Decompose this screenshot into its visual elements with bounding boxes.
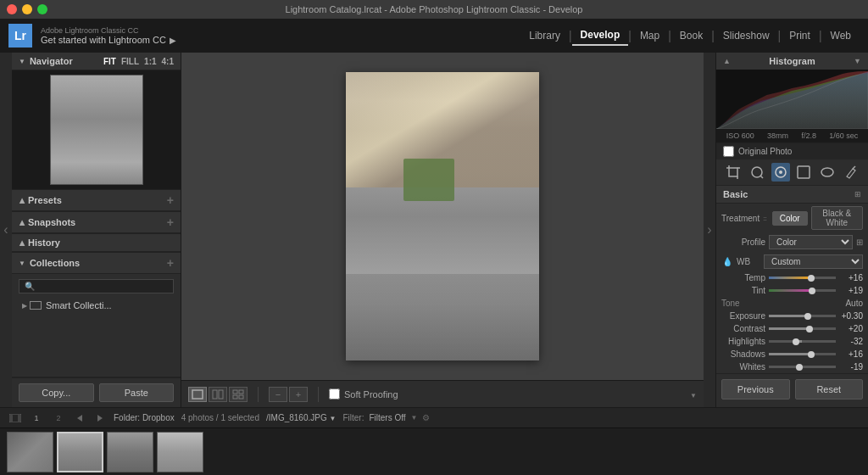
film-thumb-3[interactable] — [107, 432, 153, 472]
left-panel-collapse-button[interactable] — [0, 53, 12, 407]
histogram-canvas — [716, 70, 868, 129]
highlights-slider[interactable] — [769, 340, 836, 343]
view-survey-button[interactable] — [229, 387, 248, 402]
nav-map[interactable]: Map — [632, 26, 668, 45]
graduated-filter-tool[interactable] — [794, 163, 813, 182]
exposure-slider[interactable] — [769, 315, 836, 317]
temp-slider[interactable] — [769, 277, 836, 279]
collections-add-icon[interactable]: + — [167, 256, 174, 270]
profile-select[interactable]: Color — [769, 235, 853, 249]
survey-view-icon — [232, 389, 244, 400]
get-started-link[interactable]: Get started with Lightroom CC ▶ — [41, 35, 520, 45]
window-title: Lightroom Catalog.lrcat - Adobe Photosho… — [286, 4, 583, 14]
film-thumb-4[interactable] — [157, 432, 203, 472]
zoom-4-1[interactable]: 4:1 — [162, 57, 174, 66]
crop-tool[interactable] — [724, 163, 743, 182]
meta-iso: ISO 600 — [726, 131, 754, 140]
wb-eyedropper-icon[interactable]: 💧 — [721, 256, 733, 268]
radial-filter-tool[interactable] — [818, 163, 837, 182]
treatment-bw-button[interactable]: Black & White — [811, 206, 863, 230]
profile-row: Profile Color ⊞ — [716, 232, 868, 252]
contrast-slider[interactable] — [769, 327, 836, 330]
whites-slider[interactable] — [769, 366, 836, 368]
film-thumb-2[interactable] — [57, 432, 103, 472]
histogram-down-icon: ▼ — [854, 57, 861, 65]
folder-label: Folder: Dropbox — [114, 413, 175, 422]
film-thumb-1[interactable] — [7, 432, 53, 472]
whites-label: Whites — [721, 362, 765, 372]
maximize-button[interactable] — [37, 4, 47, 14]
collections-search-input[interactable] — [19, 279, 174, 293]
tone-label-row: Tone Auto — [716, 297, 868, 310]
paste-button[interactable]: Paste — [99, 383, 175, 402]
temp-control-row: Temp +16 — [716, 271, 868, 284]
previous-button[interactable]: Previous — [721, 379, 790, 400]
original-photo-checkbox[interactable] — [723, 146, 734, 157]
snapshots-section: ▶ Snapshots + — [12, 212, 181, 234]
collections-header[interactable]: ▼ Collections + — [12, 253, 181, 274]
filter-settings-icon[interactable]: ⚙ — [422, 413, 430, 422]
whites-control-row: Whites -19 — [716, 360, 868, 373]
nav-library[interactable]: Library — [520, 26, 569, 45]
zoom-fit[interactable]: FIT — [103, 57, 116, 66]
zoom-out-button[interactable]: − — [269, 387, 287, 402]
collection-folder-icon — [30, 301, 42, 310]
filters-off-select[interactable]: Filters Off — [369, 413, 405, 422]
view-compare-button[interactable] — [209, 387, 227, 402]
svg-rect-3 — [233, 390, 237, 394]
right-panel-collapse-button[interactable] — [704, 53, 715, 407]
reset-button[interactable]: Reset — [795, 379, 864, 400]
filmstrip-toggle-button[interactable] — [8, 411, 22, 425]
history-collapse-icon: ▶ — [18, 240, 25, 245]
copy-button[interactable]: Copy... — [19, 383, 94, 402]
snapshots-add-icon[interactable]: + — [167, 215, 174, 229]
view-single-button[interactable] — [188, 387, 207, 402]
lr-logo: Lr — [8, 24, 32, 48]
zoom-fill[interactable]: FILL — [121, 57, 139, 66]
adjustment-brush-tool[interactable] — [842, 163, 860, 182]
shadows-slider[interactable] — [769, 353, 836, 355]
highlights-value: -32 — [839, 337, 863, 346]
minimize-button[interactable] — [22, 4, 32, 14]
tint-control-row: Tint +19 — [716, 284, 868, 297]
zoom-1-1[interactable]: 1:1 — [144, 57, 156, 66]
center-panel: − + Soft Proofing ▼ — [181, 53, 704, 407]
filter-label: Filter: — [342, 413, 364, 422]
tint-slider[interactable] — [769, 289, 836, 292]
basic-section-header[interactable]: Basic ⊞ — [716, 186, 868, 204]
history-header[interactable]: ▶ History — [12, 234, 181, 252]
treatment-color-button[interactable]: Color — [772, 211, 808, 226]
left-panel-buttons: Copy... Paste — [12, 377, 181, 407]
wb-select[interactable]: Custom — [764, 254, 863, 269]
presets-add-icon[interactable]: + — [167, 193, 174, 207]
zoom-in-button[interactable]: + — [289, 387, 308, 402]
presets-collapse-icon: ▶ — [18, 198, 25, 203]
exposure-control-row: Exposure +0.30 — [716, 310, 868, 322]
profile-expand-icon[interactable]: ⊞ — [856, 238, 863, 247]
nav-book[interactable]: Book — [671, 26, 711, 45]
list-item[interactable]: ▶ Smart Collecti... — [19, 299, 174, 312]
bottom-strip: 1 2 Folder: Dropbox 4 photos / 1 selecte… — [0, 407, 868, 428]
tone-auto-button[interactable]: Auto — [845, 299, 863, 308]
soft-proofing-label: Soft Proofing — [344, 389, 398, 400]
nav-develop[interactable]: Develop — [572, 25, 629, 46]
prev-photo-button[interactable] — [73, 411, 86, 425]
view-1-button[interactable]: 1 — [29, 411, 44, 425]
next-photo-button[interactable] — [93, 411, 107, 425]
collection-expand-icon: ▶ — [22, 302, 27, 310]
toolbar-dropdown-icon[interactable]: ▼ — [690, 392, 697, 400]
spot-removal-tool[interactable] — [748, 163, 766, 182]
nav-slideshow[interactable]: Slideshow — [715, 26, 778, 45]
view-2-button[interactable]: 2 — [51, 411, 66, 425]
soft-proofing-checkbox[interactable] — [329, 388, 340, 400]
red-eye-tool[interactable] — [771, 163, 790, 182]
close-button[interactable] — [7, 4, 17, 14]
nav-web[interactable]: Web — [822, 26, 860, 45]
tone-label: Tone — [721, 299, 740, 308]
snapshots-header[interactable]: ▶ Snapshots + — [12, 212, 181, 233]
navigator-header[interactable]: ▼ Navigator FIT FILL 1:1 4:1 — [12, 53, 181, 70]
contrast-value: +20 — [839, 324, 863, 333]
presets-header[interactable]: ▶ Presets + — [12, 190, 181, 211]
file-label[interactable]: /IMG_8160.JPG ▼ — [266, 413, 336, 422]
nav-print[interactable]: Print — [781, 26, 819, 45]
